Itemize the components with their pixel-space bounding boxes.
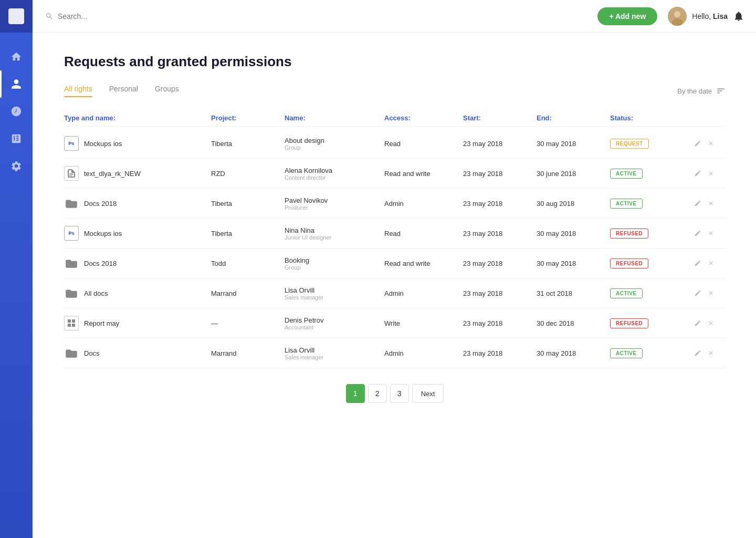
edit-icon[interactable] <box>694 289 701 297</box>
cell-start: 23 may 2018 <box>463 140 537 148</box>
edit-icon[interactable] <box>694 260 701 267</box>
svg-rect-5 <box>68 324 71 327</box>
tab-groups[interactable]: Groups <box>155 85 179 97</box>
cell-name: Lisa Orvill Sales manager <box>285 286 384 301</box>
sidebar-item-clock[interactable] <box>0 98 33 125</box>
content: Requests and granted permissions All rig… <box>33 33 756 538</box>
delete-icon[interactable] <box>708 260 714 266</box>
cell-status: ACTIVE <box>610 169 694 179</box>
cell-project: Todd <box>211 260 285 267</box>
cell-start: 23 may 2018 <box>463 319 537 327</box>
name-sub: Accountant <box>285 324 384 330</box>
page-2-button[interactable]: 2 <box>368 384 387 403</box>
page-1-button[interactable]: 1 <box>346 384 365 403</box>
table-row: Docs Marrand Lisa Orvill Sales manager A… <box>64 338 726 368</box>
cell-status: REFUSED <box>610 318 694 328</box>
header-type-name: Type and name: <box>64 114 211 122</box>
cell-project: — <box>211 319 285 327</box>
tab-personal[interactable]: Personal <box>109 85 138 97</box>
delete-icon[interactable] <box>708 290 714 296</box>
cell-status: ACTIVE <box>610 288 694 298</box>
cell-project: RZD <box>211 170 285 178</box>
cell-actions <box>694 319 726 327</box>
file-icon-folder <box>64 196 79 211</box>
pagination: 1 2 3 Next <box>64 368 726 413</box>
status-badge: ACTIVE <box>610 199 643 209</box>
type-name-text: text_dlya_rk_NEW <box>84 170 141 178</box>
cell-actions <box>694 230 726 237</box>
svg-rect-6 <box>72 324 75 327</box>
type-name-text: Report may <box>84 319 119 327</box>
status-badge: ACTIVE <box>610 288 643 298</box>
sidebar-item-users[interactable] <box>0 70 33 98</box>
status-badge: ACTIVE <box>610 348 643 358</box>
cell-end: 31 oct 2018 <box>537 289 610 297</box>
name-main: Alena Kornilova <box>285 167 384 174</box>
add-new-button[interactable]: + Add new <box>597 7 657 25</box>
cell-project: Tiberta <box>211 230 285 237</box>
cell-actions <box>694 260 726 267</box>
sort-label: By the date <box>677 87 712 95</box>
table-header: Type and name: Project: Name: Access: St… <box>64 110 726 127</box>
cell-access: Write <box>384 319 463 327</box>
cell-actions <box>694 289 726 297</box>
avatar <box>668 7 687 26</box>
cell-actions <box>694 349 726 357</box>
cell-name: Booking Group <box>285 256 384 271</box>
delete-icon[interactable] <box>708 170 714 177</box>
cell-name: About design Group <box>285 137 384 151</box>
page-3-button[interactable]: 3 <box>390 384 409 403</box>
search-icon <box>45 12 54 20</box>
file-icon-ps: Ps <box>64 226 79 241</box>
status-badge: REFUSED <box>610 258 648 268</box>
cell-name: Nina Nina Junior UI designer <box>285 226 384 241</box>
cell-project: Marrand <box>211 349 285 357</box>
tab-all-rights[interactable]: All rights <box>64 85 92 97</box>
next-button[interactable]: Next <box>412 384 444 403</box>
page-title: Requests and granted permissions <box>64 54 726 70</box>
edit-icon[interactable] <box>694 170 701 177</box>
name-main: Nina Nina <box>285 226 384 234</box>
file-icon-table <box>64 316 79 330</box>
cell-project: Tiberta <box>211 200 285 208</box>
sort-control[interactable]: By the date <box>677 86 726 96</box>
type-name-text: Mockups ios <box>84 230 122 237</box>
cell-project: Marrand <box>211 289 285 297</box>
sidebar-item-settings[interactable] <box>0 152 33 180</box>
cell-access: Read <box>384 230 463 237</box>
cell-access: Read and write <box>384 170 463 178</box>
file-icon-folder <box>64 256 79 271</box>
search-input[interactable] <box>58 12 163 20</box>
status-badge: ACTIVE <box>610 169 643 179</box>
type-name-text: All docs <box>84 289 108 297</box>
edit-icon[interactable] <box>694 349 701 357</box>
name-main: Denis Petrov <box>285 316 384 324</box>
name-main: Lisa Orvill <box>285 286 384 294</box>
svg-rect-4 <box>72 319 75 323</box>
sidebar-item-home[interactable] <box>0 43 33 70</box>
sidebar <box>0 0 33 538</box>
edit-icon[interactable] <box>694 230 701 237</box>
tabs: All rights Personal Groups By the date <box>64 85 726 97</box>
edit-icon[interactable] <box>694 140 701 147</box>
edit-icon[interactable] <box>694 319 701 327</box>
logo[interactable] <box>0 0 33 33</box>
cell-start: 23 may 2018 <box>463 230 537 237</box>
topbar-right: + Add new Hello, Lisa <box>597 7 744 26</box>
topbar: + Add new Hello, Lisa <box>33 0 756 33</box>
cell-start: 23 may 2018 <box>463 170 537 178</box>
user-area: Hello, Lisa <box>668 7 744 26</box>
bell-icon[interactable] <box>733 11 744 22</box>
delete-icon[interactable] <box>708 200 714 206</box>
svg-rect-3 <box>68 319 71 323</box>
delete-icon[interactable] <box>708 230 714 236</box>
name-sub: Group <box>285 264 384 271</box>
delete-icon[interactable] <box>708 320 714 326</box>
edit-icon[interactable] <box>694 200 701 207</box>
delete-icon[interactable] <box>708 350 714 356</box>
table-body: Ps Mockups ios Tiberta About design Grou… <box>64 129 726 368</box>
header-access: Access: <box>384 114 463 122</box>
delete-icon[interactable] <box>708 140 714 147</box>
cell-start: 23 may 2018 <box>463 289 537 297</box>
sidebar-item-docs[interactable] <box>0 125 33 152</box>
